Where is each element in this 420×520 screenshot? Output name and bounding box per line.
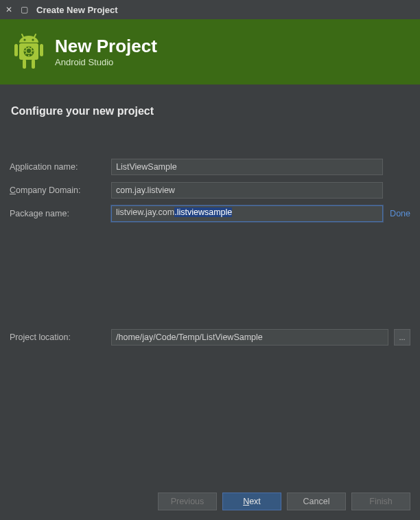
svg-point-2 xyxy=(23,38,25,41)
svg-rect-5 xyxy=(14,44,18,56)
finish-button: Finish xyxy=(351,493,410,510)
project-location-input[interactable] xyxy=(111,329,388,346)
wizard-body: Configure your new project Application n… xyxy=(0,84,420,346)
svg-rect-6 xyxy=(40,44,43,56)
cancel-button[interactable]: Cancel xyxy=(287,493,346,510)
svg-point-10 xyxy=(27,50,30,53)
svg-rect-7 xyxy=(23,59,26,69)
svg-rect-8 xyxy=(32,59,35,69)
window-title: Create New Project xyxy=(36,5,118,15)
form: Application name: Company Domain: Packag… xyxy=(10,159,410,222)
titlebar: ✕ ▢ Create New Project xyxy=(0,0,420,19)
next-button[interactable]: Next xyxy=(222,493,281,510)
application-name-input[interactable] xyxy=(111,159,383,175)
maximize-icon[interactable]: ▢ xyxy=(21,5,28,14)
company-domain-input[interactable] xyxy=(111,182,383,199)
browse-button[interactable]: ... xyxy=(394,329,410,346)
package-name-field[interactable]: listview.jay.com.listviewsample xyxy=(111,205,383,222)
svg-point-3 xyxy=(32,38,34,41)
package-name-input[interactable] xyxy=(111,205,383,222)
section-title: Configure your new project xyxy=(11,105,410,117)
wizard-header: New Project Android Studio xyxy=(0,19,420,84)
company-domain-label: Company Domain: xyxy=(10,185,106,195)
android-icon xyxy=(12,33,45,71)
project-location-label: Project location: xyxy=(10,332,106,342)
done-link[interactable]: Done xyxy=(388,209,410,218)
previous-button: Previous xyxy=(158,493,217,510)
project-location-row: Project location: ... xyxy=(10,329,410,346)
wizard-footer: Previous Next Cancel Finish xyxy=(158,493,410,510)
application-name-label: Application name: xyxy=(10,162,106,172)
close-icon[interactable]: ✕ xyxy=(5,5,12,14)
header-title: New Project xyxy=(55,36,157,56)
header-subtitle: Android Studio xyxy=(55,57,157,67)
package-name-label: Package name: xyxy=(10,209,106,218)
header-text: New Project Android Studio xyxy=(55,36,157,68)
